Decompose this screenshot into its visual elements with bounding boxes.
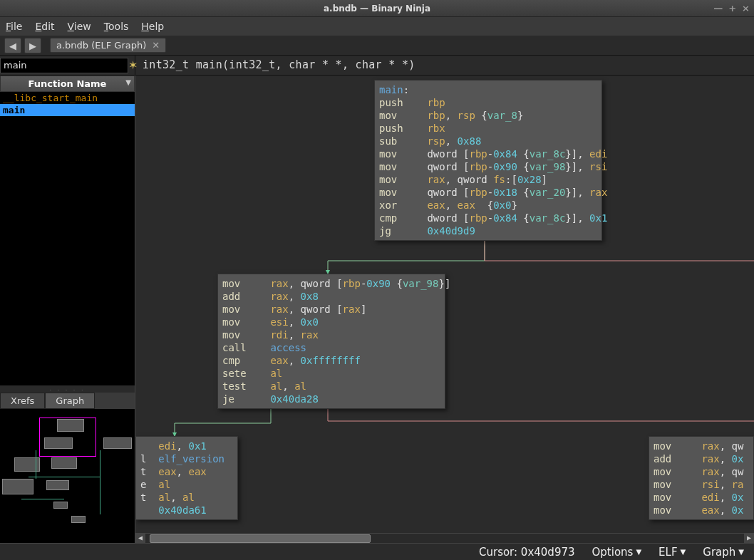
- menu-bar: File Edit View Tools Help: [0, 17, 754, 36]
- basic-block[interactable]: edi, 0x1 l elf_version t eax, eax e al t…: [135, 436, 238, 520]
- menu-help[interactable]: Help: [141, 21, 164, 32]
- scroll-right-icon[interactable]: ▶: [744, 534, 754, 543]
- nav-forward-button[interactable]: ▶: [24, 38, 41, 53]
- function-list-header[interactable]: Function Name ▼: [0, 76, 135, 92]
- close-icon[interactable]: ×: [742, 3, 750, 14]
- basic-block[interactable]: mov rax, qword [rbp-0x90 {var_98}] add r…: [217, 274, 445, 409]
- function-list[interactable]: __libc_start_main main: [0, 92, 135, 385]
- file-tab[interactable]: a.bndb (ELF Graph) ✕: [50, 38, 166, 53]
- basic-block[interactable]: main: push rbp mov rbp, rsp {var_8} push…: [374, 80, 602, 241]
- menu-view[interactable]: View: [68, 21, 91, 32]
- window-title: a.bndb — Binary Ninja: [324, 4, 430, 14]
- status-options-menu[interactable]: Options▼: [592, 546, 642, 559]
- file-tab-label: a.bndb (ELF Graph): [56, 40, 146, 51]
- status-view-menu[interactable]: Graph▼: [703, 546, 744, 559]
- splitter-handle[interactable]: . . . . .: [0, 385, 135, 393]
- horizontal-scrollbar[interactable]: ◀ ▶: [135, 533, 754, 543]
- chevron-down-icon[interactable]: ▼: [125, 78, 131, 86]
- close-tab-icon[interactable]: ✕: [152, 40, 160, 51]
- status-bar: Cursor: 0x40d973 Options▼ ELF▼ Graph▼: [0, 543, 754, 560]
- status-format-menu[interactable]: ELF▼: [659, 546, 686, 559]
- function-search-input[interactable]: [0, 58, 128, 73]
- menu-edit[interactable]: Edit: [35, 21, 54, 32]
- function-list-item-selected[interactable]: main: [0, 104, 135, 116]
- scrollbar-thumb[interactable]: [150, 534, 371, 543]
- graph-view[interactable]: main: push rbp mov rbp, rsp {var_8} push…: [135, 76, 754, 543]
- maximize-icon[interactable]: +: [728, 3, 736, 14]
- minimize-icon[interactable]: —: [713, 3, 723, 14]
- tab-xrefs[interactable]: Xrefs: [0, 393, 45, 409]
- nav-back-button[interactable]: ◀: [4, 38, 21, 53]
- scroll-left-icon[interactable]: ◀: [135, 534, 145, 543]
- status-cursor: Cursor: 0x40d973: [479, 546, 575, 559]
- menu-tools[interactable]: Tools: [104, 21, 129, 32]
- menu-file[interactable]: File: [6, 21, 22, 32]
- tab-bar: ◀ ▶ a.bndb (ELF Graph) ✕: [0, 36, 754, 56]
- window-titlebar: a.bndb — Binary Ninja — + ×: [0, 0, 754, 17]
- basic-block[interactable]: mov rax, qw add rax, 0x mov rax, qw mov …: [649, 436, 754, 520]
- function-list-item[interactable]: __libc_start_main: [0, 92, 135, 104]
- function-signature: int32_t main(int32_t, char * *, char * *…: [135, 56, 754, 75]
- graph-minimap[interactable]: [0, 409, 135, 543]
- tab-graph[interactable]: Graph: [45, 393, 95, 409]
